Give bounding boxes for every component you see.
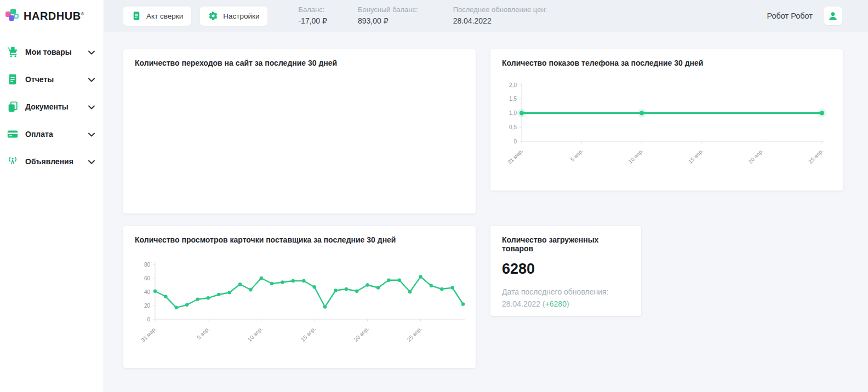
main-content: Количество переходов на сайт за последни…: [104, 32, 868, 392]
chevron-down-icon: [88, 157, 95, 166]
sidebar: HARDHUB® Мои товары Отчеты: [0, 0, 104, 392]
svg-text:25 апр.: 25 апр.: [807, 148, 824, 165]
profile-button[interactable]: [824, 7, 842, 25]
svg-text:20 апр.: 20 апр.: [353, 326, 370, 343]
svg-text:2,0: 2,0: [509, 82, 517, 88]
sidebar-item-label: Оплата: [25, 130, 88, 139]
chevron-down-icon: [88, 102, 95, 112]
supplier-card-views-title: Количество просмотров карточки поставщик…: [123, 226, 476, 244]
svg-text:10 апр.: 10 апр.: [627, 148, 644, 165]
phone-views-card: Количество показов телефона за последние…: [490, 49, 843, 191]
user-name: Робот Робот: [767, 11, 813, 20]
loaded-products-title: Количество загруженных товаров: [490, 226, 641, 253]
brand-name: HARDHUB®: [24, 10, 84, 22]
svg-text:31 мар.: 31 мар.: [140, 326, 157, 343]
svg-text:5 апр.: 5 апр.: [569, 148, 584, 163]
brand-logo[interactable]: HARDHUB®: [0, 0, 104, 31]
svg-text:60: 60: [144, 275, 151, 281]
sidebar-item-payment[interactable]: Оплата: [0, 120, 104, 148]
sidebar-item-announcements[interactable]: Объявления: [0, 148, 104, 175]
sidebar-item-label: Мои товары: [25, 48, 88, 56]
bonus-balance-label: Бонусный баланс:: [358, 5, 418, 15]
loaded-products-value: 6280: [490, 253, 641, 278]
balance-stat: Баланс: -17,00 ₽: [298, 5, 327, 26]
phone-views-chart: 00,51,01,52,031 мар.5 апр.10 апр.15 апр.…: [490, 79, 827, 183]
sidebar-item-label: Объявления: [25, 157, 88, 166]
svg-text:20: 20: [144, 303, 151, 309]
svg-text:0,5: 0,5: [509, 124, 517, 130]
document-icon: [132, 11, 141, 21]
sidebar-item-documents[interactable]: Документы: [0, 93, 104, 120]
caption-line1: Дата последнего обновления:: [502, 286, 630, 298]
caption-suffix: ): [567, 299, 569, 308]
svg-text:1,5: 1,5: [509, 96, 517, 102]
site-visits-card: Количество переходов на сайт за последни…: [123, 49, 476, 214]
loaded-products-card: Количество загруженных товаров 6280 Дата…: [490, 226, 641, 316]
balance-value: -17,00 ₽: [298, 15, 327, 26]
bonus-balance-value: 893,00 ₽: [358, 15, 418, 26]
caption-line2: 28.04.2022 (+6280): [502, 298, 630, 310]
caption-delta: +6280: [545, 299, 567, 308]
user-icon: [827, 10, 838, 21]
svg-text:31 мар.: 31 мар.: [506, 148, 524, 165]
hardhub-logo-icon: [5, 9, 20, 23]
svg-text:1,0: 1,0: [509, 110, 517, 116]
balance-label: Баланс:: [298, 5, 327, 15]
card-icon: [7, 128, 19, 140]
site-visits-title: Количество переходов на сайт за последни…: [123, 49, 476, 67]
chevron-down-icon: [88, 129, 95, 139]
svg-text:0: 0: [147, 316, 150, 322]
settings-button[interactable]: Настройки: [200, 7, 267, 26]
svg-text:15 апр.: 15 апр.: [300, 326, 317, 343]
sidebar-item-reports[interactable]: Отчеты: [0, 66, 104, 93]
cart-icon: [7, 46, 19, 58]
reconciliation-act-button[interactable]: Акт сверки: [123, 7, 191, 26]
phone-views-title: Количество показов телефона за последние…: [490, 49, 843, 67]
bonus-balance-stat: Бонусный баланс: 893,00 ₽: [358, 5, 418, 26]
registered-mark: ®: [81, 11, 84, 16]
sidebar-item-my-products[interactable]: Мои товары: [0, 38, 104, 66]
topbar: Акт сверки Настройки Баланс: -17,00 ₽ Бо…: [104, 0, 868, 32]
svg-text:10 апр.: 10 апр.: [247, 326, 264, 343]
settings-label: Настройки: [223, 12, 259, 20]
price-update-stat: Последнее обновление цен: 28.04.2022: [453, 5, 547, 26]
svg-text:80: 80: [144, 262, 151, 268]
price-update-label: Последнее обновление цен:: [453, 5, 547, 15]
reconciliation-act-label: Акт сверки: [146, 12, 183, 20]
price-update-value: 28.04.2022: [453, 15, 547, 26]
supplier-card-views-card: Количество просмотров карточки поставщик…: [123, 226, 476, 368]
svg-text:40: 40: [144, 289, 151, 295]
supplier-card-views-chart: 02040608031 мар.5 апр.10 апр.15 апр.20 а…: [123, 253, 471, 366]
svg-text:5 апр.: 5 апр.: [196, 326, 210, 341]
gear-icon: [208, 11, 218, 21]
svg-text:0: 0: [513, 139, 517, 145]
report-icon: [7, 73, 19, 85]
broadcast-icon: [7, 155, 19, 168]
sidebar-item-label: Отчеты: [25, 75, 88, 84]
chevron-down-icon: [88, 47, 95, 57]
sidebar-item-label: Документы: [25, 102, 88, 111]
chevron-down-icon: [88, 74, 95, 84]
sidebar-nav: Мои товары Отчеты Документы: [0, 31, 104, 175]
svg-text:25 апр.: 25 апр.: [406, 326, 423, 343]
copy-icon: [7, 101, 19, 113]
svg-text:20 апр.: 20 апр.: [747, 148, 764, 165]
svg-text:15 апр.: 15 апр.: [687, 148, 704, 165]
caption-date: 28.04.2022 (: [502, 299, 545, 308]
loaded-products-caption: Дата последнего обновления: 28.04.2022 (…: [490, 278, 641, 310]
dashboard-page: HARDHUB® Мои товары Отчеты: [0, 0, 868, 392]
